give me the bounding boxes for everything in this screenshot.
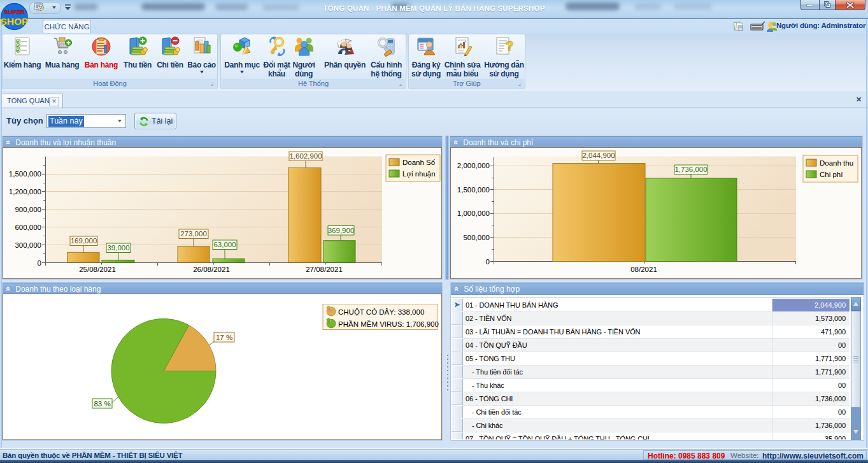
- svg-text:273,000: 273,000: [180, 230, 207, 238]
- svg-text:Doanh thu: Doanh thu: [820, 159, 853, 167]
- svg-text:08/2021: 08/2021: [630, 266, 657, 273]
- svg-text:1,200,000: 1,200,000: [9, 188, 41, 196]
- svg-text:26/08/2021: 26/08/2021: [193, 266, 230, 273]
- svg-text:300,000: 300,000: [15, 241, 41, 249]
- svg-text:Chi phí: Chi phí: [820, 171, 843, 178]
- svg-text:1,602,900: 1,602,900: [289, 152, 322, 160]
- svg-text:27/08/2021: 27/08/2021: [306, 266, 343, 273]
- svg-text:0: 0: [486, 258, 490, 266]
- svg-text:SHOP: SHOP: [1, 16, 28, 27]
- svg-text:900,000: 900,000: [15, 206, 41, 213]
- svg-text:2,044,900: 2,044,900: [582, 152, 615, 159]
- svg-text:SUPER: SUPER: [4, 8, 25, 15]
- svg-text:1,500,000: 1,500,000: [9, 170, 41, 178]
- svg-text:CHUỘT CÓ DÂY: 338,000: CHUỘT CÓ DÂY: 338,000: [338, 308, 424, 316]
- svg-text:PHẦN MỀM VIRUS: 1,706,900: PHẦN MỀM VIRUS: 1,706,900: [338, 320, 439, 328]
- svg-text:1,736,000: 1,736,000: [674, 166, 707, 173]
- svg-text:?: ?: [505, 38, 513, 53]
- svg-text:Lợi nhuận: Lợi nhuận: [402, 170, 436, 178]
- svg-text:39,000: 39,000: [107, 244, 129, 252]
- svg-text:2,000,000: 2,000,000: [457, 162, 490, 169]
- svg-text:500,000: 500,000: [463, 234, 490, 241]
- svg-text:0: 0: [38, 259, 41, 267]
- svg-text:63,000: 63,000: [213, 241, 236, 248]
- svg-text:169,000: 169,000: [71, 237, 97, 245]
- svg-text:17 %: 17 %: [216, 334, 232, 341]
- svg-text:600,000: 600,000: [15, 224, 41, 231]
- svg-text:369,900: 369,900: [328, 227, 355, 234]
- svg-text:Doanh Số: Doanh Số: [402, 159, 436, 166]
- svg-text:83 %: 83 %: [94, 400, 110, 408]
- svg-text:1,000,000: 1,000,000: [457, 210, 490, 217]
- svg-text:25/08/2021: 25/08/2021: [79, 266, 116, 273]
- svg-text:1,500,000: 1,500,000: [457, 186, 490, 194]
